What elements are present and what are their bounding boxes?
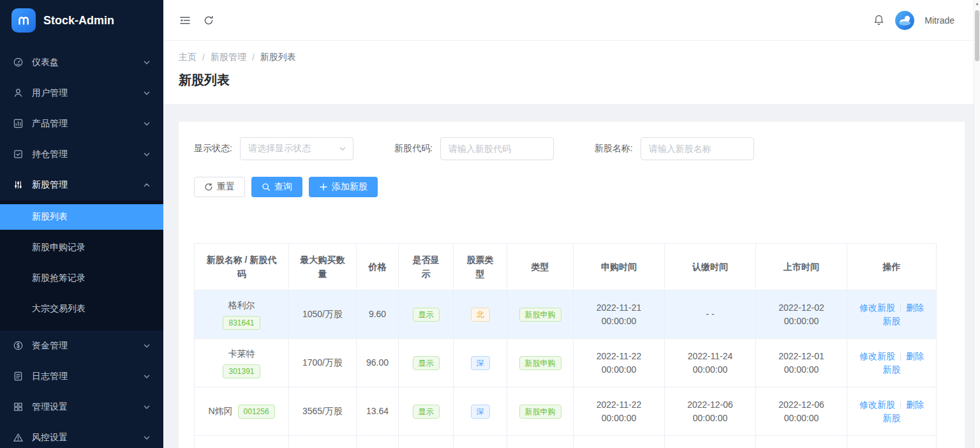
sidebar-item-admin-settings[interactable]: 管理设置 — [0, 392, 163, 422]
content: 显示状态:请选择显示状态新股代码:新股名称: 重置 — [163, 104, 980, 448]
sidebar-subitem-label: 大宗交易列表 — [32, 303, 85, 315]
edit-stock-link[interactable]: 修改新股 — [859, 351, 895, 361]
edit-stock-link[interactable]: 修改新股 — [859, 399, 895, 410]
refresh-icon[interactable] — [203, 15, 214, 26]
add-stock-button[interactable]: 添加新股 — [309, 177, 378, 197]
reset-button[interactable]: 重置 — [194, 177, 245, 197]
user-icon — [13, 87, 24, 99]
price-cell: 78.90 — [357, 436, 399, 448]
sidebar-item-new-stock[interactable]: 新股管理 — [0, 170, 163, 200]
display-status-select[interactable]: 请选择显示状态 — [240, 137, 353, 160]
filter-label: 新股名称: — [595, 143, 633, 154]
filter-group-0: 显示状态:请选择显示状态 — [194, 137, 353, 160]
display-status-tag: 显示 — [413, 356, 440, 370]
market-type-cell: 北 — [454, 290, 507, 339]
listing-time-cell: 2022-12-02 00:00:00 — [756, 290, 847, 339]
type-tag: 新股申购 — [519, 308, 561, 322]
sidebar-item-label: 新股管理 — [32, 179, 143, 191]
sidebar-submenu-new-stock: 新股列表新股申购记录新股抢筹记录大宗交易列表 — [0, 200, 163, 331]
sidebar-item-label: 产品管理 — [32, 118, 143, 130]
table-row: 三未信安1914/万股78.90显示沪新股申购2022-11-232022-11… — [195, 436, 937, 448]
market-type-cell: 深 — [454, 339, 507, 387]
breadcrumb-item[interactable]: 新股管理 — [211, 52, 246, 63]
display-status-cell: 显示 — [399, 436, 454, 448]
stock-code-input[interactable] — [440, 137, 554, 160]
edit-stock-link[interactable]: 修改新股 — [859, 302, 895, 313]
subscribe-time-cell: 2022-11-21 00:00:00 — [574, 290, 665, 339]
column-header: 新股名称 / 新股代码 — [195, 244, 289, 290]
scrollbar-thumb[interactable] — [975, 10, 979, 61]
sidebar-subitem[interactable]: 新股列表 — [0, 204, 163, 230]
sidebar-item-funds[interactable]: 资金管理 — [0, 331, 163, 361]
caret-down-icon — [143, 434, 151, 442]
breadcrumb-item[interactable]: 主页 — [179, 52, 197, 63]
sidebar-item-positions[interactable]: 持仓管理 — [0, 139, 163, 170]
sidebar-item-logs[interactable]: 日志管理 — [0, 361, 163, 392]
stock-code-tag: 001256 — [238, 405, 275, 419]
stock-code-tag: 301391 — [223, 364, 260, 378]
app-title: Stock-Admin — [43, 14, 114, 27]
caret-down-icon — [143, 373, 151, 380]
grid-icon — [13, 401, 24, 413]
select-placeholder: 请选择显示状态 — [248, 143, 339, 154]
stock-name-cell: 格利尔831641 — [195, 290, 289, 339]
file-icon — [13, 371, 24, 382]
max-buy-cell: 1914/万股 — [289, 436, 357, 448]
sidebar-item-dashboard[interactable]: 仪表盘 — [0, 47, 163, 78]
type-cell: 新股申购 — [507, 339, 574, 387]
caret-down-icon — [143, 120, 151, 128]
actions-cell: 修改新股删除新股 — [847, 290, 937, 339]
main-area: Mitrade 主页/新股管理/新股列表 新股列表 显示状态:请选择显示状态新股… — [163, 0, 980, 448]
sidebar-subitem-label: 新股列表 — [32, 211, 68, 223]
search-icon — [262, 183, 271, 191]
sidebar-subitem[interactable]: 大宗交易列表 — [0, 296, 163, 322]
stock-name-cell: N炜冈001256 — [195, 387, 289, 436]
sidebar-menu: 仪表盘用户管理产品管理持仓管理新股管理新股列表新股申购记录新股抢筹记录大宗交易列… — [0, 41, 163, 448]
column-header: 是否显示 — [399, 244, 454, 290]
market-type-cell: 深 — [454, 387, 507, 436]
brand-icon — [11, 8, 36, 33]
user-name[interactable]: Mitrade — [924, 15, 954, 26]
sidebar-item-users[interactable]: 用户管理 — [0, 78, 163, 108]
subscribe-time-cell: 2022-11-22 00:00:00 — [574, 339, 665, 387]
scrollbar-up-arrow[interactable]: ▲ — [974, 1, 980, 6]
type-cell: 新股申购 — [507, 436, 574, 448]
sidebar-subitem[interactable]: 新股抢筹记录 — [0, 265, 163, 291]
sidebar-item-label: 管理设置 — [32, 401, 143, 413]
market-type-tag: 深 — [471, 356, 490, 370]
page-scrollbar[interactable]: ▲ — [974, 0, 980, 448]
filter-label: 新股代码: — [394, 143, 433, 154]
table-row: 格利尔8316411050/万股9.60显示北新股申购2022-11-21 00… — [195, 290, 937, 339]
filter-label: 显示状态: — [194, 143, 232, 154]
sidebar-item-risk-settings[interactable]: 风控设置 — [0, 422, 163, 448]
type-tag: 新股申购 — [519, 356, 561, 370]
sidebar-item-label: 用户管理 — [32, 87, 143, 99]
type-cell: 新股申购 — [507, 387, 574, 436]
stock-name-input[interactable] — [641, 137, 754, 160]
column-header: 最大购买数量 — [289, 244, 357, 290]
price-cell: 13.64 — [357, 387, 399, 436]
menu-fold-icon[interactable] — [179, 14, 191, 27]
user-avatar[interactable] — [895, 11, 914, 30]
search-button[interactable]: 查询 — [251, 177, 302, 197]
breadcrumb-separator: / — [252, 52, 255, 63]
action-divider — [900, 401, 901, 409]
column-header: 价格 — [357, 244, 399, 290]
bell-icon[interactable] — [873, 14, 885, 26]
sidebar-subitem[interactable]: 新股申购记录 — [0, 235, 163, 260]
max-buy-cell: 1700/万股 — [289, 339, 357, 387]
topbar: Mitrade — [163, 0, 980, 41]
action-divider — [900, 353, 901, 361]
breadcrumb: 主页/新股管理/新股列表 — [179, 52, 965, 63]
table-wrap: 新股名称 / 新股代码最大购买数量价格是否显示股票类型类型申购时间认缴时间上市时… — [194, 243, 949, 448]
sidebar-subitem-label: 新股申购记录 — [32, 242, 85, 253]
filter-row: 显示状态:请选择显示状态新股代码:新股名称: — [194, 137, 949, 160]
caret-up-icon — [143, 181, 151, 189]
app-root: Stock-Admin 仪表盘用户管理产品管理持仓管理新股管理新股列表新股申购记… — [0, 0, 980, 448]
sliders-icon — [13, 179, 24, 191]
sidebar-item-products[interactable]: 产品管理 — [0, 108, 163, 139]
stock-name-cell: 卡莱特301391 — [195, 339, 289, 387]
stock-code-tag: 831641 — [223, 316, 260, 330]
sidebar: Stock-Admin 仪表盘用户管理产品管理持仓管理新股管理新股列表新股申购记… — [0, 0, 163, 448]
page-title: 新股列表 — [179, 71, 965, 89]
